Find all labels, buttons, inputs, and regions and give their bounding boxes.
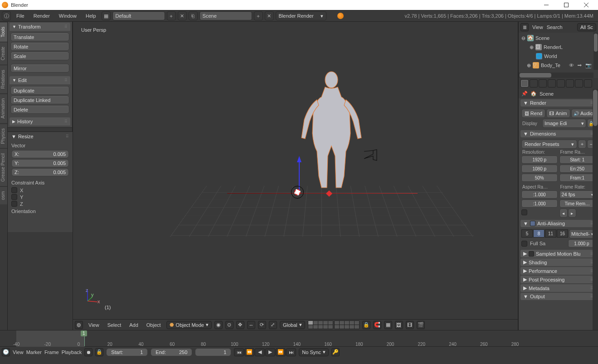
timeline-ruler[interactable]: 1 -40-2002040608010012014016018020022024… [0,330,598,346]
end-frame-field[interactable]: End:250 [151,348,192,356]
panel-output-header[interactable]: ▼Output⠿ [520,293,596,300]
vector-x-field[interactable]: X:0.005 [11,150,69,158]
translate-button[interactable]: Translate [10,33,69,41]
panel-transform-header[interactable]: ▼Transform⠿ [10,23,70,31]
panel-history-header[interactable]: ▶History⠿ [10,117,70,126]
aa-8[interactable]: 8 [533,229,545,238]
prop-tab-scene-icon[interactable] [539,79,547,87]
menu-render[interactable]: Render [30,13,53,19]
tl-menu-marker[interactable]: Marker [26,349,42,355]
constraint-x-checkbox[interactable]: X [11,187,69,193]
prop-tab-world-icon[interactable] [548,79,556,87]
minimize-button[interactable] [536,0,556,10]
vtab-relations[interactable]: Relations [0,65,7,93]
preset-add-icon[interactable]: ＋ [578,140,586,149]
scene-browse-icon[interactable]: ⎗ [189,11,198,20]
res-y-field[interactable]: 1080 p [521,165,558,173]
display-select[interactable]: Image Edi▾ [542,119,586,128]
vp-menu-select[interactable]: Select [105,322,124,328]
vp-menu-view[interactable]: View [86,322,102,328]
render-image-button[interactable]: 🖼Rend [521,109,545,118]
fps-select[interactable]: 24 fps▾ [559,190,596,199]
res-x-field[interactable]: 1920 p [521,155,558,164]
outliner-tree[interactable]: ⊖🏠Scene ⊕🖼RenderL 🌐World ⊕▽Body_Te 👁 ⮕ 📷 [519,33,598,78]
pivot-select-icon[interactable]: ⊙ [225,321,233,329]
editor-type-timeline-icon[interactable]: 🕑 [2,348,10,356]
screen-layout-icon[interactable]: ▦ [102,11,111,20]
shading-select-icon[interactable]: ◉ [214,321,223,329]
aa-11[interactable]: 11 [545,229,556,238]
constraint-y-checkbox[interactable]: Y [11,194,69,200]
vtab-physics[interactable]: Physics [0,123,7,148]
vtab-create[interactable]: Create [0,42,7,65]
panel-dimensions-header[interactable]: ▼Dimensions⠿ [520,130,596,137]
menu-help[interactable]: Help [82,13,100,19]
vtab-tools[interactable]: Tools [0,22,7,42]
panel-performance-header[interactable]: ▶Performance⠿ [520,267,596,275]
render-border-icon[interactable]: 🖼 [395,321,403,329]
jump-start-icon[interactable]: ⏮ [234,348,244,356]
layer-buttons[interactable] [308,320,360,329]
delete-button[interactable]: Delete [10,105,69,114]
outliner-menu-view[interactable]: View [532,24,543,30]
screen-layout-select[interactable]: Default [112,11,165,20]
outliner-menu-search[interactable]: Search [547,24,563,30]
remap-old-icon[interactable]: ◂ [559,209,568,218]
panel-postprocessing-header[interactable]: ▶Post Processing⠿ [520,276,596,283]
tl-menu-playback[interactable]: Playback [62,349,82,355]
aspect-x-field[interactable]: :1.000 [521,190,558,199]
vector-y-field[interactable]: Y:0.005 [11,159,69,167]
scale-button[interactable]: Scale [10,52,69,60]
remap-new-icon[interactable]: ▸ [568,209,576,218]
pin-icon[interactable]: 📌 [521,91,528,97]
scene-add-icon[interactable]: ＋ [254,11,263,20]
tl-menu-view[interactable]: View [13,349,24,355]
outliner-restrict-icons[interactable]: 👁 ⮕ 📷 [569,63,593,68]
render-audio-button[interactable]: 🔊Audio [571,109,595,118]
current-frame-field[interactable]: 1 [195,348,231,356]
opengl-render-icon[interactable]: 🎞 [406,321,414,329]
panel-render-header[interactable]: ▼Render⠿ [520,99,596,107]
panel-motionblur-header[interactable]: ▶Sampled Motion Blu⠿ [520,250,596,257]
constraint-z-checkbox[interactable]: Z [11,201,69,207]
tl-menu-frame[interactable]: Frame [44,349,59,355]
snap-type-icon[interactable]: ▦ [384,321,392,329]
outliner-hscroll[interactable] [519,73,593,78]
panel-metadata-header[interactable]: ▶Metadata⠿ [520,284,596,292]
border-checkbox[interactable] [521,209,558,215]
frame-step-field[interactable]: Fram:1 [559,174,596,182]
opengl-anim-icon[interactable]: 🎬 [417,321,425,329]
keyframe-prev-icon[interactable]: ⏪ [244,348,254,356]
aa-5[interactable]: 5 [521,229,533,238]
panel-aa-header[interactable]: ▼Anti-Aliasing⠿ [520,220,596,227]
play-reverse-icon[interactable]: ◀ [255,348,265,356]
sync-mode-select[interactable]: No Sync▾ [299,348,329,356]
aa-filter-select[interactable]: Mitchell-▾ [569,229,595,238]
duplicate-linked-button[interactable]: Duplicate Linked [10,96,69,104]
manip-translate-icon[interactable]: ↔ [247,321,255,329]
prop-tab-object-icon[interactable] [557,79,565,87]
prop-tab-renderlayers-icon[interactable] [530,79,538,87]
editor-type-3dview-icon[interactable]: ◍ [75,321,83,329]
keyframe-next-icon[interactable]: ⏩ [276,348,286,356]
duplicate-button[interactable]: Duplicate [10,86,69,95]
panel-shading-header[interactable]: ▶Shading⠿ [520,258,596,266]
vp-menu-object[interactable]: Object [144,322,164,328]
3d-viewport[interactable]: User Persp x z [73,22,518,330]
vtab-osm[interactable]: osm [0,186,7,204]
orientation-select[interactable]: Global▾ [280,321,305,329]
res-pct-field[interactable]: 50% [521,174,558,182]
vtab-greasepencil[interactable]: Grease Pencil [0,148,7,186]
rotate-button[interactable]: Rotate [10,42,69,51]
keying-set-icon[interactable]: 🔒 [95,348,103,356]
menu-window[interactable]: Window [55,13,80,19]
aspect-y-field[interactable]: :1.000 [521,199,558,208]
manipulator-toggle-icon[interactable]: ✥ [236,321,244,329]
breadcrumb-scene[interactable]: Scene [540,91,554,97]
mirror-button[interactable]: Mirror [10,64,69,73]
auto-keyframe-icon[interactable]: ⏺ [84,348,92,356]
selected-mesh-object[interactable] [263,70,399,197]
menu-file[interactable]: File [13,13,28,19]
scene-delete-icon[interactable]: ✕ [265,11,274,20]
panel-edit-header[interactable]: ▼Edit⠿ [10,76,70,84]
